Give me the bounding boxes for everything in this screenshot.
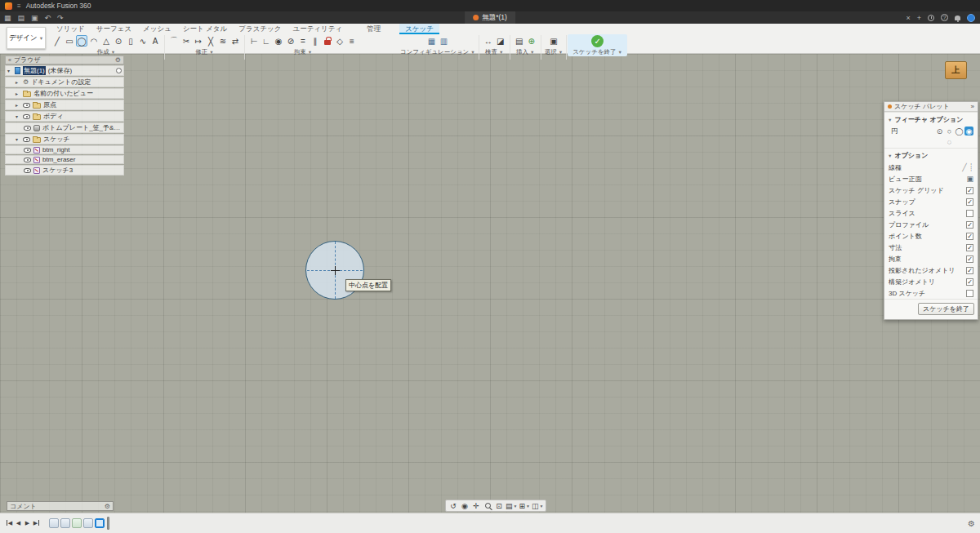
visibility-eye-icon[interactable] (24, 126, 31, 131)
center-diameter-circle-icon[interactable]: ⊙ (935, 127, 944, 135)
offset-icon[interactable]: ≋ (217, 35, 229, 47)
select-icon[interactable]: ▣ (548, 35, 559, 47)
create-dropdown[interactable]: 作成 ▼ (97, 48, 115, 56)
workspace-selector[interactable]: デザイン ▼ (7, 27, 46, 49)
visibility-eye-icon[interactable] (24, 148, 31, 153)
tab-mesh[interactable]: メッシュ (137, 24, 177, 34)
menu-icon[interactable]: ≡ (17, 2, 21, 10)
comment-bar[interactable]: コメント ⚙ (7, 501, 114, 511)
notifications-icon[interactable] (955, 16, 960, 20)
pan-icon[interactable]: ✛ (471, 501, 481, 511)
collapse-panel-icon[interactable]: « (8, 57, 11, 63)
polygon-icon[interactable]: △ (100, 35, 112, 47)
equal-icon[interactable]: = (297, 35, 309, 47)
grid-settings-icon[interactable]: ⊞▼ (519, 501, 530, 511)
select-dropdown[interactable]: 選択 ▼ (545, 48, 563, 56)
slice-checkbox[interactable] (966, 210, 973, 217)
finish-sketch-dropdown[interactable]: スケッチを終了 ▼ (572, 48, 622, 56)
zoom-icon[interactable] (483, 501, 492, 511)
browser-item-sketch-btm-right[interactable]: btm_right (5, 145, 124, 154)
configuration-table-icon[interactable]: ▦ (425, 35, 437, 47)
document-name[interactable]: 無題(1) (23, 66, 46, 75)
user-avatar[interactable] (967, 14, 975, 22)
break-icon[interactable]: ╳ (205, 35, 216, 47)
points-checkbox[interactable] (966, 233, 973, 240)
tab-plastic[interactable]: プラスチック (233, 24, 287, 34)
browser-item-bodies[interactable]: ▾ ボディ (5, 111, 124, 122)
expand-icon[interactable]: ▾ (16, 136, 20, 142)
tab-sketch[interactable]: スケッチ (399, 24, 439, 34)
inspect-dropdown[interactable]: 検査 ▼ (485, 48, 503, 56)
symmetry-icon[interactable]: ≡ (346, 35, 358, 47)
profile-checkbox[interactable] (966, 221, 973, 229)
gear-icon[interactable]: ⚙ (105, 503, 110, 510)
browser-root-row[interactable]: ▾ 無題(1) (未保存) (5, 65, 124, 76)
activate-radio-icon[interactable] (116, 68, 122, 73)
browser-item-named-views[interactable]: ▸ 名前の付いたビュー (5, 88, 124, 99)
expand-icon[interactable]: ▸ (16, 91, 20, 96)
display-settings-icon[interactable]: ▤▼ (506, 501, 517, 511)
browser-item-origin[interactable]: ▸ 原点 (5, 100, 124, 110)
go-to-end-icon[interactable]: ▶ (32, 520, 41, 526)
timeline-feature-4[interactable] (83, 518, 93, 528)
move-icon[interactable]: ⇄ (229, 35, 241, 47)
fit-icon[interactable]: ⊡ (494, 501, 504, 511)
collapse-palette-icon[interactable]: » (971, 103, 974, 110)
orbit-icon[interactable]: ↺ (448, 501, 458, 511)
fix-unfix-icon[interactable] (322, 35, 333, 47)
options-section[interactable]: ▼ オプション (884, 148, 978, 162)
tangent-circle-icon[interactable]: ◌ (945, 137, 954, 146)
new-tab-icon[interactable]: + (917, 14, 921, 22)
modify-dropdown[interactable]: 修正 ▼ (195, 48, 213, 56)
tab-utility[interactable]: ユーティリティ (287, 24, 348, 34)
expand-icon[interactable]: ▾ (7, 68, 12, 73)
insert-mesh-icon[interactable]: ⊕ (526, 35, 537, 47)
tab-sheetmetal[interactable]: シート メタル (177, 24, 233, 34)
snap-checkbox[interactable] (966, 198, 973, 206)
constraints-checkbox[interactable] (966, 255, 973, 263)
browser-item-sketch3[interactable]: スケッチ3 (5, 165, 124, 175)
sketch-grid-checkbox[interactable] (966, 187, 973, 194)
timeline-position-marker[interactable] (107, 517, 109, 530)
constraints-dropdown[interactable]: 拘束 ▼ (294, 48, 312, 56)
visibility-eye-icon[interactable] (24, 158, 31, 162)
insert-canvas-icon[interactable]: ▤ (514, 35, 525, 47)
text-icon[interactable]: A (149, 35, 161, 47)
visibility-eye-icon[interactable] (23, 137, 30, 142)
timeline-feature-5-active[interactable] (95, 518, 105, 528)
configuration-dropdown[interactable]: コンフィギュレーション ▼ (400, 48, 475, 56)
insert-dropdown[interactable]: 挿入 ▼ (516, 48, 534, 56)
finish-sketch-check-icon[interactable]: ✓ (591, 35, 604, 47)
visibility-eye-icon[interactable] (23, 103, 30, 108)
redo-icon[interactable]: ↷ (57, 14, 64, 22)
browser-item-sketch-btm-eraser[interactable]: btm_eraser (5, 155, 124, 164)
two-point-circle-icon[interactable]: ○ (945, 127, 954, 135)
3d-sketch-checkbox[interactable] (966, 290, 973, 297)
construction-line-icon[interactable]: ╱ (962, 163, 966, 171)
data-panel-icon[interactable]: ▦ (4, 14, 11, 22)
document-tab[interactable]: 無題*(1) (465, 11, 515, 24)
projected-geometry-checkbox[interactable] (966, 267, 973, 274)
tab-manage[interactable]: 管理 (361, 24, 386, 34)
timeline-feature-2[interactable] (60, 518, 70, 528)
ellipse-icon[interactable]: ⊙ (113, 35, 124, 47)
go-to-start-icon[interactable]: ◀ (5, 520, 14, 526)
fillet-icon[interactable]: ⌒ (168, 35, 180, 47)
line-icon[interactable]: ╱ (51, 35, 63, 47)
midpoint-icon[interactable]: ◇ (334, 35, 345, 47)
measure-icon[interactable]: ↔ (483, 35, 494, 47)
arc-icon[interactable]: ◠ (88, 35, 100, 47)
tangent-icon[interactable]: ⊘ (285, 35, 296, 47)
tab-surface[interactable]: サーフェス (91, 24, 137, 34)
step-back-icon[interactable]: ◀ (14, 520, 23, 526)
viewcube-top-face[interactable]: 上 (952, 64, 960, 76)
close-tab-icon[interactable]: × (906, 14, 910, 22)
construction-geometry-checkbox[interactable] (966, 278, 973, 286)
group-finish-sketch[interactable]: ✓ スケッチを終了 ▼ (568, 34, 627, 56)
undo-icon[interactable]: ↶ (45, 14, 51, 22)
rectangle-icon[interactable]: ▭ (64, 35, 75, 47)
configure-feature-icon[interactable]: ▥ (438, 35, 449, 47)
visibility-eye-icon[interactable] (23, 114, 30, 119)
section-analysis-icon[interactable]: ◪ (495, 35, 506, 47)
timeline-settings-icon[interactable]: ⚙ (968, 519, 975, 528)
